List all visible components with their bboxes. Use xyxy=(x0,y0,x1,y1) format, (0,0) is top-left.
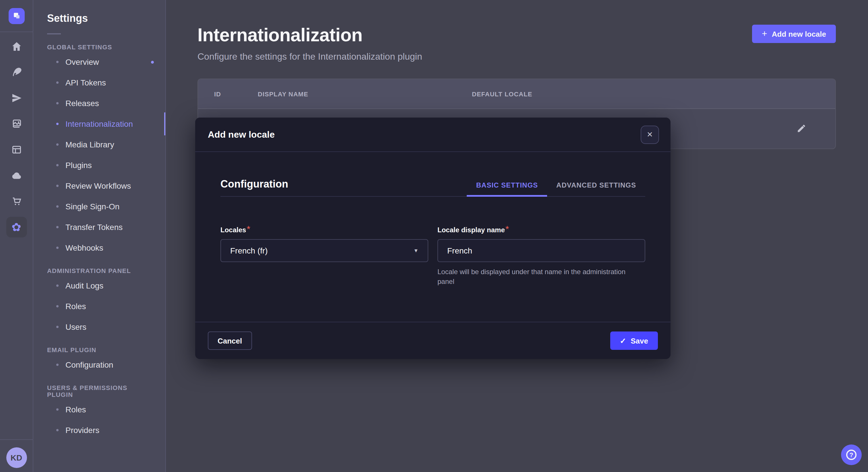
required-asterisk: * xyxy=(505,224,509,234)
locales-select[interactable]: French (fr) ▼ xyxy=(220,239,428,262)
locales-field: Locales* French (fr) ▼ xyxy=(220,224,428,286)
check-icon: ✓ xyxy=(620,336,626,345)
chevron-down-icon: ▼ xyxy=(413,248,418,254)
locales-select-value: French (fr) xyxy=(230,246,268,255)
display-name-input-wrap xyxy=(437,239,645,262)
modal-body: Configuration BASIC SETTINGS ADVANCED SE… xyxy=(195,152,671,322)
add-new-locale-modal: Add new locale ✕ Configuration BASIC SET… xyxy=(195,117,671,359)
display-name-field: Locale display name* Locale will be disp… xyxy=(437,224,645,286)
cancel-label: Cancel xyxy=(218,336,242,345)
tab-advanced-settings[interactable]: ADVANCED SETTINGS xyxy=(547,181,645,197)
modal-footer: Cancel ✓ Save xyxy=(195,322,671,359)
app-root: ✿ KD Settings GLOBAL SETTINGS Overview A… xyxy=(0,0,868,472)
settings-tabs: BASIC SETTINGS ADVANCED SETTINGS xyxy=(467,181,645,196)
save-label: Save xyxy=(631,336,648,345)
modal-title: Add new locale xyxy=(208,129,275,140)
display-name-label: Locale display name xyxy=(437,226,505,234)
close-button[interactable]: ✕ xyxy=(641,125,659,144)
locales-label: Locales xyxy=(220,226,246,234)
cancel-button[interactable]: Cancel xyxy=(208,332,252,350)
configuration-heading: Configuration xyxy=(220,178,288,196)
save-button[interactable]: ✓ Save xyxy=(610,332,658,350)
display-name-input[interactable] xyxy=(447,246,636,255)
required-asterisk: * xyxy=(247,224,250,234)
close-icon: ✕ xyxy=(647,130,653,139)
display-name-helper-text: Locale will be displayed under that name… xyxy=(437,267,644,286)
modal-header: Add new locale ✕ xyxy=(195,117,671,152)
tab-basic-settings[interactable]: BASIC SETTINGS xyxy=(467,181,547,197)
